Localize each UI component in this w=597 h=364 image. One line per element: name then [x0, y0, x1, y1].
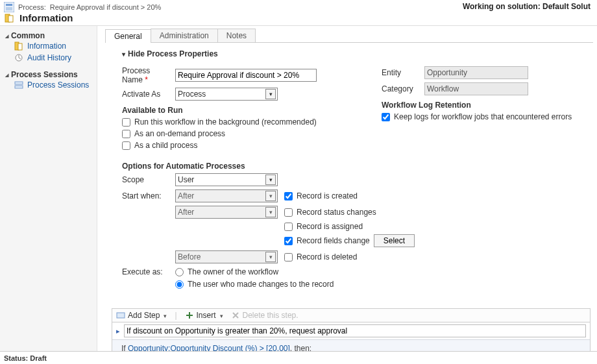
chevron-down-icon: ▾: [265, 207, 276, 217]
before-value: Before: [178, 252, 201, 261]
svg-rect-1: [6, 4, 12, 6]
chevron-down-icon: ▾: [265, 252, 276, 262]
start-after-select-2[interactable]: After ▾: [175, 206, 278, 219]
insert-button[interactable]: Insert: [185, 311, 223, 320]
tab-administration[interactable]: Administration: [151, 29, 218, 42]
execute-as-label: Execute as:: [122, 267, 171, 276]
information-icon: [14, 42, 23, 51]
sidebar-item-process-sessions[interactable]: Process Sessions: [5, 79, 91, 91]
scope-value: User: [178, 175, 194, 184]
svg-rect-8: [15, 82, 23, 84]
chevron-down-icon: [162, 311, 167, 320]
record-assigned-checkbox[interactable]: Record is assigned: [284, 222, 363, 231]
category-field: Workflow: [424, 82, 528, 95]
execute-owner-radio[interactable]: The owner of the workflow: [175, 267, 278, 276]
activate-as-label: Activate As: [122, 90, 171, 99]
chevron-down-icon: ▾: [265, 89, 276, 99]
page-title: Information: [19, 12, 73, 23]
chevron-down-icon: ▾: [265, 191, 276, 201]
step-caret-icon[interactable]: [116, 326, 121, 335]
sidebar-item-information[interactable]: Information: [5, 40, 91, 52]
on-demand-checkbox[interactable]: As an on-demand process: [122, 129, 356, 138]
status-bar: Status: Draft: [0, 351, 597, 364]
available-to-run-heading: Available to Run: [122, 106, 356, 115]
chevron-down-icon: [219, 311, 223, 320]
add-step-icon: [116, 311, 125, 320]
scope-label: Scope: [122, 175, 171, 184]
tab-notes[interactable]: Notes: [217, 29, 256, 42]
record-created-checkbox[interactable]: Record is created: [284, 191, 358, 200]
run-background-checkbox[interactable]: Run this workflow in the background (rec…: [122, 117, 356, 127]
audit-icon: [14, 53, 23, 62]
sidebar-item-audit-history[interactable]: Audit History: [5, 52, 91, 64]
activate-as-value: Process: [178, 90, 206, 99]
then-label: , then:: [290, 344, 311, 351]
svg-rect-9: [15, 86, 23, 88]
tab-general[interactable]: General: [105, 29, 151, 43]
sidebar-item-label: Information: [27, 42, 66, 51]
svg-rect-4: [8, 16, 13, 22]
scope-select[interactable]: User ▾: [175, 173, 278, 186]
process-label: Process:: [18, 3, 46, 11]
child-process-checkbox[interactable]: As a child process: [122, 141, 356, 150]
record-status-checkbox[interactable]: Record status changes: [284, 208, 376, 217]
delete-step-button: Delete this step.: [231, 311, 298, 320]
sidebar-group-common[interactable]: Common: [5, 31, 91, 40]
insert-icon: [185, 311, 194, 320]
steps-container: If Opportunity:Opportunity Discount (%) …: [112, 322, 591, 351]
execute-user-radio[interactable]: The user who made changes to the record: [175, 280, 334, 289]
record-fields-change-checkbox[interactable]: Record fields change: [284, 236, 370, 245]
rec-fields-label: Record fields change: [297, 236, 370, 245]
keep-logs-label: Keep logs for workflow jobs that encount…: [394, 112, 572, 121]
exec-user-label: The user who made changes to the record: [188, 280, 334, 289]
condition-link[interactable]: Opportunity:Opportunity Discount (%) > […: [128, 344, 290, 351]
sidebar-group-process-sessions[interactable]: Process Sessions: [5, 70, 91, 79]
delete-icon: [231, 311, 240, 320]
category-label: Category: [382, 84, 420, 93]
information-header-icon: [4, 13, 14, 23]
svg-rect-10: [117, 313, 125, 318]
add-step-button[interactable]: Add Step: [116, 311, 167, 320]
caret-down-icon: [5, 70, 8, 79]
insert-label: Insert: [197, 311, 216, 320]
working-on-solution: Working on solution: Default Solut: [463, 1, 591, 11]
start-when-label: Start when:: [122, 191, 171, 200]
exec-owner-label: The owner of the workflow: [188, 267, 278, 276]
tabs: General Administration Notes: [105, 26, 593, 43]
automatic-options-heading: Options for Automatic Processes: [122, 162, 584, 171]
step-title-input[interactable]: [124, 324, 586, 337]
rec-status-label: Record status changes: [297, 208, 376, 217]
activate-as-select[interactable]: Process ▾: [175, 88, 278, 101]
process-name-input[interactable]: [175, 69, 317, 82]
svg-rect-2: [6, 7, 12, 10]
start-after-select-1[interactable]: After ▾: [175, 189, 278, 202]
run-bg-label: Run this workflow in the background (rec…: [134, 117, 317, 127]
entity-field: Opportunity: [424, 66, 528, 79]
rec-deleted-label: Record is deleted: [297, 252, 357, 261]
on-demand-label: As an on-demand process: [134, 129, 225, 138]
condition-row: If Opportunity:Opportunity Discount (%) …: [121, 344, 581, 351]
caret-down-icon: [5, 31, 8, 40]
select-fields-button[interactable]: Select: [374, 234, 415, 247]
status-label: Status:: [4, 354, 28, 362]
top-bar: Process: Require Approval if discount > …: [0, 0, 597, 26]
sidebar-item-label: Process Sessions: [27, 80, 89, 90]
if-label: If: [121, 344, 126, 351]
sidebar-item-label: Audit History: [27, 53, 71, 62]
sessions-icon: [14, 80, 23, 90]
delete-label: Delete this step.: [243, 311, 298, 320]
main-content: General Administration Notes Hide Proces…: [97, 26, 597, 351]
log-retention-heading: Workflow Log Retention: [382, 101, 584, 110]
rec-created-label: Record is created: [297, 191, 358, 200]
process-name-label: Process Name: [122, 66, 171, 84]
after2-value: After: [178, 208, 194, 217]
keep-logs-checkbox[interactable]: Keep logs for workflow jobs that encount…: [382, 112, 584, 121]
before-select[interactable]: Before ▾: [175, 250, 278, 263]
status-value: Draft: [30, 354, 47, 362]
hide-process-properties-toggle[interactable]: Hide Process Properties: [122, 49, 584, 58]
steps-toolbar: Add Step | Insert Delete this step.: [112, 308, 591, 322]
record-deleted-checkbox[interactable]: Record is deleted: [284, 252, 357, 261]
child-proc-label: As a child process: [134, 141, 197, 150]
chevron-down-icon: ▾: [265, 175, 276, 185]
entity-label: Entity: [382, 68, 420, 77]
